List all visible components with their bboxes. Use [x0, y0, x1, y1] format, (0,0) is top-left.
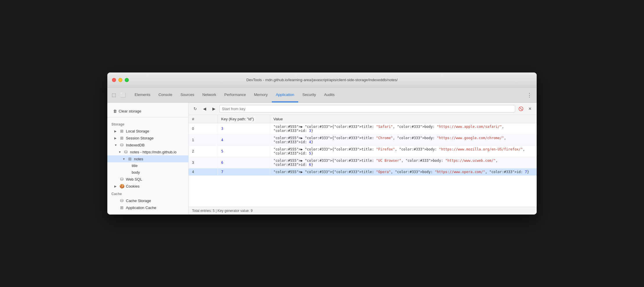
block-button[interactable]: 🚫 — [517, 105, 524, 112]
grid-icon: ⊞ — [128, 157, 132, 161]
table-row[interactable]: 1 4 "color:#555">▶ "color:#333">{"color:… — [189, 135, 537, 146]
data-table-container: # Key (Key path: "id") Value 0 3 "c — [189, 115, 537, 207]
tab-performance[interactable]: Performance — [220, 88, 250, 102]
inspect-button[interactable]: ⬜ — [119, 91, 127, 99]
devtools-window: DevTools - mdn.github.io/learning-area/j… — [107, 72, 537, 215]
cell-num: 3 — [189, 157, 218, 168]
tab-security[interactable]: Security — [298, 88, 320, 102]
arrow-icon: ▶ — [114, 130, 118, 133]
table-body: 0 3 "color:#555">▶ "color:#333">{"color:… — [189, 123, 537, 176]
main-content: 🗑 Clear storage Storage ▶ ⊞ Local Storag… — [107, 103, 537, 215]
traffic-lights — [112, 78, 129, 82]
tab-console[interactable]: Console — [154, 88, 176, 102]
sidebar-item-websql[interactable]: ⛁ Web SQL — [107, 176, 188, 183]
arrow-icon: ▶ — [114, 185, 118, 188]
sidebar-item-app-cache[interactable]: ⊞ Application Cache — [107, 204, 188, 211]
table-row[interactable]: 3 6 "color:#555">▶ "color:#333">{"color:… — [189, 157, 537, 168]
cell-value: "color:#555">▶ "color:#333">{"color:#333… — [270, 157, 537, 168]
sidebar-item-cookies[interactable]: ▶ 🍪 Cookies — [107, 183, 188, 190]
titlebar: DevTools - mdn.github.io/learning-area/j… — [107, 72, 537, 88]
table-header-row: # Key (Key path: "id") Value — [189, 115, 537, 123]
cell-key: 3 — [218, 123, 270, 135]
cell-key: 5 — [218, 146, 270, 157]
col-header-value: Value — [270, 115, 537, 123]
data-panel: ↻ ◀ ▶ 🚫 ✕ # Key (Key path: — [189, 103, 537, 215]
cylinder-icon: ⛁ — [120, 143, 124, 147]
clear-storage-button[interactable]: 🗑 Clear storage — [111, 108, 144, 115]
sidebar-item-session-storage[interactable]: ▶ ⊞ Session Storage — [107, 135, 188, 141]
cell-key: 7 — [218, 168, 270, 176]
tab-application[interactable]: Application — [272, 88, 299, 102]
sidebar-item-notes-store[interactable]: ▼ ⊞ notes — [107, 155, 188, 162]
table-row[interactable]: 2 5 "color:#555">▶ "color:#333">{"color:… — [189, 146, 537, 157]
sidebar-item-notes-db[interactable]: ▼ ⛁ notes - https://mdn.github.io — [107, 148, 188, 155]
cell-value: "color:#555">▶ "color:#333">{"color:#333… — [270, 146, 537, 157]
more-tabs-button[interactable]: ⋮ — [524, 88, 534, 102]
arrow-down-icon: ▼ — [122, 157, 126, 161]
next-button[interactable]: ▶ — [210, 105, 218, 112]
close-button[interactable]: ✕ — [526, 105, 534, 112]
grid-icon: ⊞ — [120, 129, 124, 133]
cylinder-icon: ⛁ — [120, 177, 124, 181]
status-text: Total entries: 5 | Key generator value: … — [192, 209, 253, 213]
cache-section-label: Cache — [107, 190, 188, 197]
cylinder-icon: ⛁ — [120, 198, 124, 203]
arrow-down-icon: ▼ — [118, 150, 122, 154]
cell-key: 6 — [218, 157, 270, 168]
data-table: # Key (Key path: "id") Value 0 3 "c — [189, 115, 537, 176]
sidebar-item-title-field[interactable]: title — [107, 162, 188, 169]
sidebar: 🗑 Clear storage Storage ▶ ⊞ Local Storag… — [107, 103, 189, 215]
arrow-icon: ▶ — [114, 137, 118, 140]
cell-num: 1 — [189, 135, 218, 146]
col-header-key: Key (Key path: "id") — [218, 115, 270, 123]
cell-num: 4 — [189, 168, 218, 176]
cell-num: 2 — [189, 146, 218, 157]
table-row[interactable]: 0 3 "color:#555">▶ "color:#333">{"color:… — [189, 123, 537, 135]
cylinder-icon: ⛁ — [124, 150, 128, 154]
table-row[interactable]: 4 7 "color:#555">▶ "color:#333">{"color:… — [189, 168, 537, 176]
tab-actions: ⬚ ⬜ — [110, 88, 127, 102]
grid-icon: ⊞ — [120, 136, 124, 140]
arrow-down-icon: ▼ — [114, 144, 118, 147]
tab-sources[interactable]: Sources — [176, 88, 198, 102]
tabs-bar: ⬚ ⬜ Elements Console Sources Network Per… — [107, 88, 537, 103]
cell-value: "color:#555">▶ "color:#333">{"color:#333… — [270, 168, 537, 176]
sidebar-item-indexeddb[interactable]: ▼ ⛁ IndexedDB — [107, 141, 188, 148]
prev-button[interactable]: ◀ — [201, 105, 208, 112]
window-title: DevTools - mdn.github.io/learning-area/j… — [246, 78, 398, 82]
minimize-button[interactable] — [118, 78, 122, 82]
tab-memory[interactable]: Memory — [250, 88, 272, 102]
storage-section-label: Storage — [107, 120, 188, 128]
refresh-button[interactable]: ↻ — [191, 105, 199, 112]
trash-icon: 🗑 — [113, 109, 117, 113]
sidebar-item-local-storage[interactable]: ▶ ⊞ Local Storage — [107, 128, 188, 135]
grid-icon: ⊞ — [120, 205, 124, 210]
cookie-icon: 🍪 — [120, 184, 124, 188]
status-bar: Total entries: 5 | Key generator value: … — [189, 207, 537, 215]
sidebar-item-body-field[interactable]: body — [107, 169, 188, 176]
cell-value: "color:#555">▶ "color:#333">{"color:#333… — [270, 135, 537, 146]
tab-elements[interactable]: Elements — [131, 88, 154, 102]
data-toolbar: ↻ ◀ ▶ 🚫 ✕ — [189, 103, 537, 115]
start-from-key-input[interactable] — [219, 105, 515, 112]
cursor-tool-button[interactable]: ⬚ — [110, 91, 118, 99]
sidebar-item-cache-storage[interactable]: ⛁ Cache Storage — [107, 197, 188, 204]
col-header-num: # — [189, 115, 218, 123]
cell-key: 4 — [218, 135, 270, 146]
tab-network[interactable]: Network — [198, 88, 220, 102]
close-button[interactable] — [112, 78, 116, 82]
cell-num: 0 — [189, 123, 218, 135]
maximize-button[interactable] — [125, 78, 129, 82]
tab-audits[interactable]: Audits — [320, 88, 339, 102]
sidebar-toolbar: 🗑 Clear storage — [107, 106, 188, 118]
cell-value: "color:#555">▶ "color:#333">{"color:#333… — [270, 123, 537, 135]
